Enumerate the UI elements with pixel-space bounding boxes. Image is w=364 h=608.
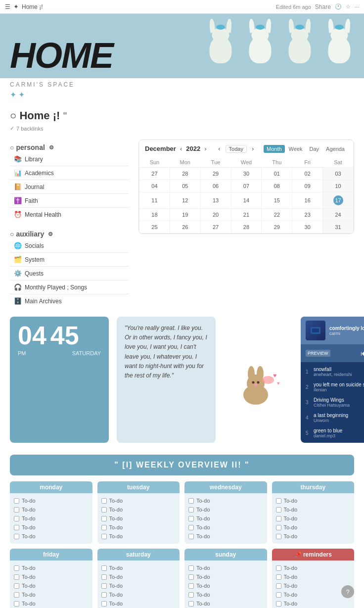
todo-checkbox[interactable] [276, 507, 281, 513]
share-button[interactable]: Share [315, 3, 331, 10]
spotify-prev-button[interactable]: ⏮ [361, 349, 364, 357]
todo-item[interactable]: To-do [14, 590, 89, 599]
todo-item[interactable]: To-do [101, 514, 176, 523]
todo-item[interactable]: To-do [14, 599, 89, 608]
todo-item[interactable]: To-do [188, 532, 263, 541]
todo-item[interactable]: To-do [276, 523, 351, 532]
sidebar-item-quests[interactable]: ⚙️ Quests [10, 268, 129, 279]
todo-checkbox[interactable] [14, 525, 19, 530]
todo-item[interactable]: To-do [101, 505, 176, 514]
sidebar-item-journal[interactable]: 📔 Journal [10, 181, 129, 192]
todo-checkbox[interactable] [188, 574, 194, 580]
cal-cell[interactable]: 07 [231, 180, 262, 192]
sidebar-item-main-archives[interactable]: 🗄️ Main Archives [10, 295, 129, 307]
cal-cell[interactable]: 09 [292, 180, 323, 192]
calendar-today-next[interactable]: › [250, 144, 256, 153]
todo-item[interactable]: To-do [14, 572, 89, 581]
todo-item[interactable]: To-do [276, 496, 351, 505]
todo-item[interactable]: To-do [188, 505, 263, 514]
todo-checkbox[interactable] [276, 592, 281, 598]
todo-item[interactable]: To-do [14, 523, 89, 532]
todo-checkbox[interactable] [14, 583, 19, 589]
cal-cell[interactable]: 05 [170, 180, 200, 192]
hamburger-icon[interactable]: ☰ [5, 3, 10, 10]
todo-item[interactable]: To-do [14, 496, 89, 505]
todo-item[interactable]: To-do [101, 532, 176, 541]
cal-cell[interactable]: 08 [262, 180, 292, 192]
todo-item[interactable]: To-do [276, 505, 351, 514]
todo-item[interactable]: To-do [188, 581, 263, 590]
view-agenda-button[interactable]: Agenda [323, 145, 348, 153]
sidebar-item-faith[interactable]: ✝️ Faith [10, 195, 129, 206]
cal-cell[interactable]: 27 [200, 221, 231, 234]
view-day-button[interactable]: Day [307, 145, 322, 153]
cal-cell[interactable]: 01 [262, 168, 292, 180]
todo-checkbox[interactable] [14, 498, 19, 504]
cal-cell[interactable]: 22 [262, 209, 292, 221]
sidebar-item-socials[interactable]: 🌐 Socials [10, 240, 129, 251]
todo-checkbox[interactable] [276, 516, 281, 521]
todo-item[interactable]: To-do [276, 563, 351, 572]
todo-item[interactable]: To-do [188, 572, 263, 581]
cal-cell[interactable]: 20 [200, 209, 231, 221]
star-icon[interactable]: ☆ [346, 3, 351, 10]
cal-cell[interactable]: 11 [139, 192, 170, 209]
todo-item[interactable]: To-do [101, 523, 176, 532]
calendar-today-button[interactable]: Today [226, 145, 247, 153]
sidebar-item-monthly-played[interactable]: 🎧 Monthly Played ; Songs [10, 281, 129, 293]
view-week-button[interactable]: Week [286, 145, 306, 153]
todo-checkbox[interactable] [276, 498, 281, 504]
todo-checkbox[interactable] [14, 534, 19, 539]
cal-cell[interactable]: 28 [170, 168, 200, 180]
todo-item[interactable]: To-do [188, 590, 263, 599]
todo-checkbox[interactable] [276, 583, 281, 589]
calendar-prev-button[interactable]: ‹ [178, 144, 184, 153]
todo-item[interactable]: To-do [14, 581, 89, 590]
sidebar-item-library[interactable]: 📚 Library [10, 153, 129, 165]
cal-cell[interactable]: 02 [292, 168, 323, 180]
todo-checkbox[interactable] [188, 516, 194, 521]
cal-cell[interactable]: 30 [292, 221, 323, 234]
todo-checkbox[interactable] [188, 592, 194, 598]
todo-checkbox[interactable] [101, 592, 107, 598]
todo-item[interactable]: To-do [276, 599, 351, 608]
cal-cell[interactable]: 27 [139, 168, 170, 180]
personal-settings-icon[interactable]: ⚙ [49, 144, 54, 151]
todo-checkbox[interactable] [101, 565, 107, 571]
cal-cell[interactable]: 21 [231, 209, 262, 221]
cal-cell[interactable]: 28 [231, 221, 262, 234]
todo-checkbox[interactable] [188, 565, 194, 571]
cal-cell[interactable]: 25 [139, 221, 170, 234]
todo-item[interactable]: To-do [188, 563, 263, 572]
todo-item[interactable]: To-do [101, 590, 176, 599]
cal-cell[interactable]: 14 [231, 192, 262, 209]
todo-item[interactable]: To-do [276, 572, 351, 581]
todo-checkbox[interactable] [188, 507, 194, 513]
cal-cell[interactable]: 15 [262, 192, 292, 209]
todo-item[interactable]: To-do [101, 599, 176, 608]
cal-cell[interactable]: 18 [139, 209, 170, 221]
todo-checkbox[interactable] [14, 592, 19, 598]
sidebar-item-system[interactable]: 🗂️ System [10, 254, 129, 265]
todo-checkbox[interactable] [276, 601, 281, 607]
todo-checkbox[interactable] [101, 498, 107, 504]
cal-cell[interactable]: 13 [200, 192, 231, 209]
cal-cell[interactable]: 31 [323, 221, 354, 234]
todo-item[interactable]: To-do [188, 514, 263, 523]
backlinks[interactable]: ✓ 7 backlinks [0, 124, 364, 136]
todo-item[interactable]: To-do [276, 590, 351, 599]
todo-checkbox[interactable] [276, 525, 281, 530]
spotify-track-2[interactable]: 2 you left me on suicide sunday Ilenian … [301, 379, 364, 395]
todo-checkbox[interactable] [101, 601, 107, 607]
cal-cell[interactable]: 16 [292, 192, 323, 209]
todo-checkbox[interactable] [14, 574, 19, 580]
cal-cell[interactable]: 29 [262, 221, 292, 234]
sidebar-item-academics[interactable]: 📊 Academics [10, 167, 129, 179]
cal-cell[interactable]: 26 [170, 221, 200, 234]
cal-cell[interactable]: 12 [170, 192, 200, 209]
cal-cell[interactable]: 29 [200, 168, 231, 180]
todo-checkbox[interactable] [14, 601, 19, 607]
todo-item[interactable]: To-do [276, 514, 351, 523]
todo-checkbox[interactable] [101, 516, 107, 521]
cal-cell[interactable]: 24 [323, 209, 354, 221]
